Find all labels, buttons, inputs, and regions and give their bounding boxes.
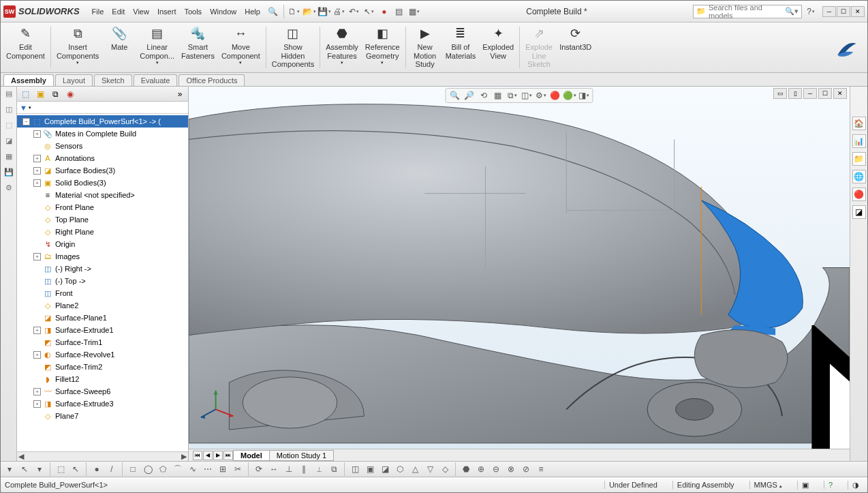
close-button[interactable]: ✕ <box>851 6 865 17</box>
maximize-button[interactable]: ☐ <box>837 6 850 17</box>
feature-tree[interactable]: − ⬚ Complete Build_PowerSurf<1> -> ( +📎M… <box>17 114 188 451</box>
tab-nav-button[interactable]: ▶ <box>213 451 223 460</box>
ribbon-linear[interactable]: ▤LinearCompon...▾ <box>137 24 177 71</box>
sketch-tool-button[interactable]: ⧉ <box>328 463 340 475</box>
tree-node[interactable]: +AAnnotations <box>17 152 188 164</box>
tab-assembly[interactable]: Assembly <box>3 74 54 86</box>
tree-node[interactable]: ◇Front Plane <box>17 201 188 213</box>
fm-hscroll[interactable]: ◀▶ <box>17 451 188 461</box>
search-go-icon[interactable]: 🔍▾ <box>785 7 799 16</box>
tree-node[interactable]: ◩Surface-Trim2 <box>17 361 188 373</box>
menu-window[interactable]: Window <box>206 6 241 17</box>
tree-node[interactable]: ◇Top Plane <box>17 213 188 226</box>
search-icon[interactable]: 🔍 <box>267 5 279 18</box>
sketch-tool-button[interactable]: ⬠ <box>157 463 169 475</box>
sketch-tool-button[interactable]: □ <box>127 463 139 475</box>
tree-node[interactable]: ◎Sensors <box>17 140 188 152</box>
tab-layout[interactable]: Layout <box>55 74 93 86</box>
taskpane-button[interactable]: 📁 <box>852 152 866 166</box>
taskpane-button[interactable]: ◪ <box>852 205 866 219</box>
sketch-tool-button[interactable]: ◪ <box>379 463 391 475</box>
options-button[interactable]: ▤ <box>393 5 405 18</box>
tab-office-products[interactable]: Office Products <box>179 74 245 86</box>
expand-icon[interactable]: + <box>33 388 41 395</box>
sketch-tool-button[interactable]: △ <box>409 463 421 475</box>
tab-nav-button[interactable]: ◀ <box>203 451 213 460</box>
tree-node[interactable]: ◇Plane7 <box>17 410 188 422</box>
help-button[interactable]: ? <box>805 5 817 18</box>
tree-node[interactable]: ◫(-) Top -> <box>17 275 188 287</box>
sketch-tool-button[interactable]: ⊗ <box>505 463 517 475</box>
tree-node[interactable]: ◫(-) Right -> <box>17 263 188 275</box>
sketch-tool-button[interactable]: ⊕ <box>475 463 487 475</box>
tree-node[interactable]: +◪Surface Bodies(3) <box>17 164 188 177</box>
tree-node[interactable]: +〰Surface-Sweep6 <box>17 385 188 398</box>
tree-node[interactable]: +🗂Images <box>17 250 188 263</box>
select-button[interactable]: ↖ <box>363 5 375 18</box>
sketch-tool-button[interactable]: ↖ <box>69 463 82 475</box>
save-button[interactable]: 💾 <box>318 5 330 18</box>
expand-icon[interactable]: + <box>33 179 41 187</box>
menu-insert[interactable]: Insert <box>153 6 181 17</box>
sketch-tool-button[interactable]: ⬚ <box>55 463 67 475</box>
sketch-tool-button[interactable]: ∥ <box>298 463 310 475</box>
menu-file[interactable]: File <box>88 6 108 17</box>
tree-node[interactable]: ◪Surface-Plane1 <box>17 312 188 324</box>
tree-node[interactable]: +◨Surface-Extrude1 <box>17 324 188 336</box>
expand-icon[interactable]: + <box>33 253 41 260</box>
sketch-tool-button[interactable]: ↖ <box>18 463 31 475</box>
status-units[interactable]: MMGS ▴ <box>749 481 786 489</box>
sketch-tool-button[interactable]: ∿ <box>187 463 199 475</box>
taskpane-button[interactable]: 🏠 <box>852 117 866 130</box>
tab-nav-button[interactable]: ⏮ <box>193 451 202 460</box>
fm-collapse-icon[interactable]: » <box>174 89 185 100</box>
sketch-tool-button[interactable]: ◫ <box>349 463 361 475</box>
new-doc-button[interactable]: 🗋 <box>288 5 300 18</box>
ribbon-exploded[interactable]: ✦ExplodedView <box>480 24 516 71</box>
tree-node[interactable]: +📎Mates in Complete Build <box>17 128 188 140</box>
print-button[interactable]: 🖨 <box>333 5 345 18</box>
sketch-tool-button[interactable]: ▾ <box>3 463 16 475</box>
ribbon-mate[interactable]: 📎Mate <box>103 24 136 71</box>
sketch-tool-button[interactable]: ● <box>91 463 103 475</box>
tree-node[interactable]: +◐Surface-Revolve1 <box>17 348 188 361</box>
expand-icon[interactable]: + <box>33 130 41 138</box>
viewport[interactable]: 🔍🔎⟲▦⧉◫⚙🔴🟢◨ ▭ ▯ ─ ☐ ✕ <box>189 87 850 461</box>
sketch-tool-button[interactable]: ◯ <box>142 463 154 475</box>
menu-view[interactable]: View <box>129 6 153 17</box>
bottom-tab-model[interactable]: Model <box>233 450 270 461</box>
fm-tab-property[interactable]: ▣ <box>35 89 46 100</box>
status-flag-icon[interactable]: ▣ <box>797 481 813 490</box>
rail-icon[interactable]: ◫ <box>5 105 12 114</box>
sketch-tool-button[interactable]: ⬣ <box>460 463 472 475</box>
sketch-tool-button[interactable]: ⟂ <box>313 463 325 475</box>
tree-node[interactable]: ◇Plane2 <box>17 299 188 312</box>
expand-icon[interactable]: + <box>33 400 41 408</box>
expand-icon[interactable]: + <box>33 155 41 162</box>
tree-node[interactable]: ↯Origin <box>17 238 188 250</box>
taskpane-button[interactable]: 🌐 <box>852 170 866 183</box>
sketch-tool-button[interactable]: ⊘ <box>520 463 532 475</box>
tab-sketch[interactable]: Sketch <box>94 74 132 86</box>
menu-edit[interactable]: Edit <box>108 6 129 17</box>
expand-icon[interactable]: − <box>22 118 30 125</box>
tree-root-node[interactable]: − ⬚ Complete Build_PowerSurf<1> -> ( <box>17 115 188 128</box>
status-rebuild-icon[interactable]: ◑ <box>848 481 863 490</box>
tree-node[interactable]: ◫Front <box>17 287 188 299</box>
tab-nav-button[interactable]: ⏭ <box>223 451 233 460</box>
sketch-tool-button[interactable]: ▽ <box>424 463 436 475</box>
sketch-tool-button[interactable]: ▾ <box>33 463 46 475</box>
sketch-tool-button[interactable]: ⋯ <box>202 463 214 475</box>
expand-icon[interactable]: + <box>33 327 41 334</box>
sketch-tool-button[interactable]: ◇ <box>439 463 451 475</box>
tree-node[interactable]: ≡Material <not specified> <box>17 189 188 201</box>
sketch-tool-button[interactable]: ⟳ <box>253 463 265 475</box>
ribbon-reference[interactable]: ◧ReferenceGeometry▾ <box>362 24 403 71</box>
ribbon-assembly[interactable]: ⬣AssemblyFeatures▾ <box>323 24 361 71</box>
expand-icon[interactable]: + <box>33 351 41 359</box>
ribbon-show[interactable]: ◫ShowHiddenComponents <box>269 24 317 71</box>
sketch-tool-button[interactable]: / <box>106 463 118 475</box>
undo-button[interactable]: ↶ <box>348 5 360 18</box>
sketch-tool-button[interactable]: ✂ <box>232 463 244 475</box>
tree-node[interactable]: +▣Solid Bodies(3) <box>17 177 188 189</box>
